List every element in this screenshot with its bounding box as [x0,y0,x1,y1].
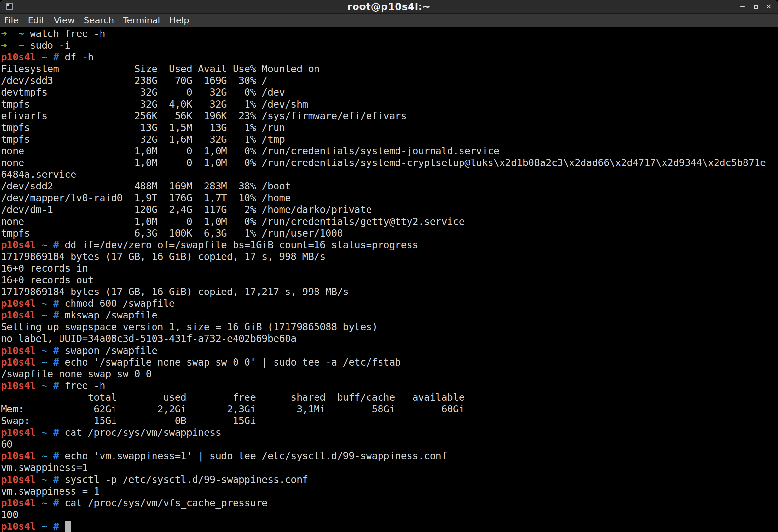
menu-item-file[interactable]: File [3,15,19,26]
terminal-line: /dev/dm-1 120G 2,4G 117G 2% /home/darko/… [1,204,778,215]
terminal-line: no label, UUID=34a08c3d-5103-431f-a732-e… [1,333,778,345]
terminal-line: tmpfs 13G 1,5M 13G 1% /run [1,122,778,134]
terminal-line: p10s4l ~ # chmod 600 /swapfile [1,298,778,309]
terminal-line: Mem: 62Gi 2,2Gi 2,3Gi 3,1Mi 58Gi 60Gi [1,403,778,415]
minimize-button[interactable]: − [739,3,746,11]
titlebar[interactable]: root@p10s4l:~ − ✕ [0,0,778,14]
terminal-line: p10s4l ~ # [1,521,778,532]
menubar: FileEditViewSearchTerminalHelp [0,14,778,27]
terminal-cursor [65,521,71,532]
terminal-line: Filesystem Size Used Avail Use% Mounted … [1,63,778,75]
terminal-line: 60 [1,438,778,450]
terminal-line: 16+0 records out [1,274,778,286]
close-button[interactable]: ✕ [765,3,772,11]
terminal-line: Swap: 15Gi 0B 15Gi [1,415,778,427]
terminal-line: none 1,0M 0 1,0M 0% /run/credentials/sys… [1,145,778,157]
terminal-line: p10s4l ~ # cat /proc/sys/vm/swappiness [1,427,778,438]
terminal-line: ➜ ~ sudo -i [1,39,778,51]
maximize-icon [754,5,758,9]
terminal-line: ➜ ~ watch free -h [1,28,778,39]
terminal-line: vm.swappiness = 1 [1,485,778,497]
terminal-line: Setting up swapspace version 1, size = 1… [1,321,778,333]
window-title: root@p10s4l:~ [0,1,778,12]
terminal-output[interactable]: ➜ ~ watch free -h➜ ~ sudo -ip10s4l ~ # d… [0,27,778,532]
terminal-line: vm.swappiness=1 [1,462,778,473]
terminal-line: devtmpfs 32G 0 32G 0% /dev [1,86,778,98]
terminal-app-icon [6,3,13,10]
terminal-line: tmpfs 6,3G 100K 6,3G 1% /run/user/1000 [1,228,778,239]
menu-item-help[interactable]: Help [168,15,190,26]
menu-item-view[interactable]: View [53,15,75,26]
terminal-line: /dev/mapper/lv0-raid0 1,9T 176G 1,7T 10%… [1,192,778,204]
terminal-line: p10s4l ~ # sysctl -p /etc/sysctl.d/99-sw… [1,474,778,485]
terminal-line: p10s4l ~ # echo '/swapfile none swap sw … [1,357,778,368]
terminal-line: 6484a.service [1,169,778,180]
terminal-line: 100 [1,509,778,521]
terminal-line: p10s4l ~ # cat /proc/sys/vm/vfs_cache_pr… [1,497,778,509]
terminal-line: /dev/sdd3 238G 70G 169G 30% / [1,75,778,86]
menu-item-search[interactable]: Search [83,15,115,26]
menu-item-edit[interactable]: Edit [27,15,45,26]
terminal-line: p10s4l ~ # free -h [1,380,778,391]
terminal-line: 17179869184 bytes (17 GB, 16 GiB) copied… [1,286,778,298]
terminal-line: /swapfile none swap sw 0 0 [1,368,778,380]
terminal-line: 17179869184 bytes (17 GB, 16 GiB) copied… [1,251,778,263]
terminal-line: 16+0 records in [1,263,778,274]
terminal-line: p10s4l ~ # df -h [1,51,778,63]
terminal-line: none 1,0M 0 1,0M 0% /run/credentials/sys… [1,157,778,169]
terminal-line: p10s4l ~ # dd if=/dev/zero of=/swapfile … [1,239,778,251]
menu-item-terminal[interactable]: Terminal [122,15,161,26]
window-controls: − ✕ [739,0,772,14]
terminal-line: p10s4l ~ # swapon /swapfile [1,345,778,357]
terminal-line: none 1,0M 0 1,0M 0% /run/credentials/get… [1,216,778,228]
terminal-line: /dev/sdd2 488M 169M 283M 38% /boot [1,180,778,192]
terminal-line: p10s4l ~ # echo 'vm.swappiness=1' | sudo… [1,450,778,462]
maximize-button[interactable] [752,3,759,11]
terminal-line: total used free shared buff/cache availa… [1,391,778,403]
terminal-line: p10s4l ~ # mkswap /swapfile [1,309,778,321]
terminal-line: tmpfs 32G 4,0K 32G 1% /dev/shm [1,98,778,110]
terminal-line: efivarfs 256K 56K 196K 23% /sys/firmware… [1,110,778,122]
terminal-line: tmpfs 32G 1,6M 32G 1% /tmp [1,134,778,145]
terminal-window: root@p10s4l:~ − ✕ FileEditViewSearchTerm… [0,0,778,532]
